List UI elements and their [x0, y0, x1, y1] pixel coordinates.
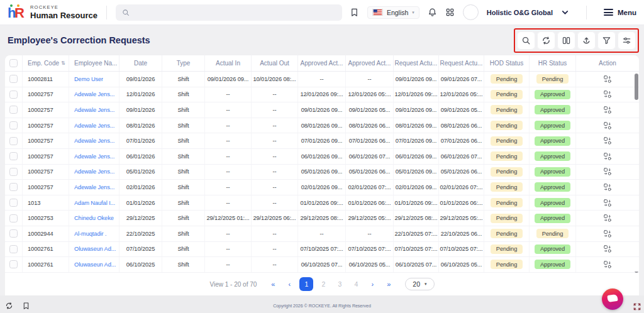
app-logo[interactable]: hR ROCKEYE Human Resource [8, 4, 97, 21]
workflow-action-button[interactable] [603, 75, 612, 84]
workflow-action-button[interactable] [603, 260, 612, 269]
workflow-action-button[interactable] [603, 229, 612, 238]
workflow-action-button[interactable] [603, 106, 612, 114]
employee-name-link[interactable]: Adam Naufal I... [74, 200, 115, 206]
bookmark-button[interactable] [350, 8, 359, 17]
search-icon [122, 9, 130, 16]
export-button[interactable] [577, 31, 596, 50]
workflow-action-button[interactable] [603, 199, 612, 207]
page-button-1[interactable]: 1 [299, 277, 313, 291]
workflow-action-button[interactable] [603, 183, 612, 192]
prev-page-button[interactable]: ‹ [283, 277, 296, 291]
hr-status-badge: Approved [535, 136, 570, 146]
account-dropdown-button[interactable] [561, 8, 569, 16]
row-checkbox[interactable] [9, 168, 18, 176]
row-checkbox[interactable] [9, 183, 18, 191]
column-label: Employee Na... [74, 60, 117, 67]
date-cell: 29/12/2025 [119, 211, 162, 226]
row-checkbox[interactable] [9, 106, 18, 114]
correction-requests-table: Emp. Code⇅Employee Na...DateTypeActual I… [5, 55, 639, 295]
hr-status-badge: Approved [535, 198, 570, 207]
columns-button[interactable] [557, 31, 575, 50]
employee-name-link[interactable]: Oluwaseun Ad... [74, 246, 116, 252]
column-header-emp_code[interactable]: Emp. Code⇅ [23, 55, 69, 71]
row-checkbox[interactable] [9, 199, 18, 207]
employee-name-link[interactable]: Adewale Jens... [74, 123, 114, 129]
employee-name-link[interactable]: Adewale Jens... [74, 138, 114, 144]
action-cell [576, 226, 639, 241]
hr-status-badge: Pending [536, 74, 569, 84]
workflow-action-button[interactable] [603, 121, 612, 130]
employee-name-link[interactable]: Adewale Jens... [74, 168, 114, 175]
scrollbar-thumb[interactable] [635, 74, 638, 100]
workflow-action-button[interactable] [603, 244, 612, 253]
row-checkbox[interactable] [9, 229, 18, 238]
actual_out-cell: -- [252, 165, 298, 180]
refresh-button[interactable] [537, 31, 555, 50]
date-cell: 12/01/2026 [119, 87, 162, 102]
page-button-3[interactable]: 3 [333, 277, 346, 291]
search-icon [521, 36, 531, 45]
row-checkbox-cell [5, 133, 23, 148]
workflow-action-button[interactable] [603, 152, 612, 161]
menu-label: Menu [618, 9, 636, 16]
workflow-action-button[interactable] [603, 136, 612, 145]
request_out-cell: 12/01/2026 05:... [439, 87, 484, 102]
employee-name-link[interactable]: Adewale Jens... [74, 153, 114, 160]
employee-name-link[interactable]: Adewale Jens... [74, 91, 114, 97]
row-checkbox[interactable] [9, 260, 18, 268]
hr_status-cell: Approved [530, 102, 576, 118]
page-size-select[interactable]: 20 ▾ [405, 278, 434, 290]
page-button-4[interactable]: 4 [350, 277, 362, 291]
employee-name-cell: Adewale Jens... [69, 118, 119, 133]
search-input[interactable] [135, 9, 336, 16]
row-checkbox[interactable] [9, 75, 18, 83]
select-all-checkbox[interactable] [9, 59, 18, 67]
user-avatar[interactable] [463, 4, 479, 20]
last-page-button[interactable]: » [382, 277, 395, 291]
table-row: 1013Adam Naufal I...01/01/2026Shift----0… [5, 195, 639, 211]
approved_out-cell: 12/01/2026 05:... [346, 87, 394, 102]
brand-name: ROCKEYE [30, 4, 97, 10]
first-page-button[interactable]: « [267, 277, 279, 291]
sort-icon[interactable]: ⇅ [61, 60, 65, 66]
row-checkbox[interactable] [9, 214, 18, 222]
row-checkbox[interactable] [9, 121, 18, 129]
actual_in-cell: -- [205, 118, 252, 133]
notifications-button[interactable] [428, 8, 437, 17]
actual_out-cell: 29/12/2025 06:... [252, 211, 298, 226]
row-checkbox[interactable] [9, 137, 18, 145]
employee-name-link[interactable]: Adewale Jens... [74, 107, 114, 113]
chat-widget-button[interactable] [602, 288, 623, 310]
actual_in-cell: 29/12/2025 01:... [205, 211, 252, 226]
employee-name-link[interactable]: Demo User [74, 76, 103, 82]
table-scrollbar[interactable] [635, 72, 638, 270]
employee-name-link[interactable]: Adewale Jens... [74, 184, 114, 190]
workflow-action-button[interactable] [603, 214, 612, 222]
search-button[interactable] [517, 31, 535, 50]
emp_code-cell: 10002944 [23, 226, 69, 241]
employee-name-link[interactable]: Oluwaseun Ad... [74, 261, 116, 268]
row-checkbox-cell [5, 149, 23, 164]
emp_code-cell: 10002757 [23, 165, 69, 180]
page-button-2[interactable]: 2 [317, 277, 330, 291]
next-page-button[interactable]: › [366, 277, 379, 291]
fullscreen-button[interactable] [633, 303, 641, 310]
language-selector[interactable]: English ▾ [367, 6, 419, 19]
action-cell [576, 195, 639, 211]
row-checkbox[interactable] [9, 152, 18, 160]
row-checkbox[interactable] [9, 245, 18, 253]
fullscreen-icon [633, 303, 641, 310]
apps-button[interactable] [445, 8, 455, 17]
hod-status-badge: Pending [491, 182, 523, 192]
filter-button[interactable] [597, 31, 616, 50]
approved_out-cell: -- [346, 72, 394, 87]
menu-button[interactable]: Menu [604, 9, 636, 16]
employee-name-link[interactable]: Chinedu Okeke [74, 215, 114, 221]
row-checkbox[interactable] [9, 91, 18, 99]
workflow-action-button[interactable] [603, 167, 612, 176]
global-search[interactable] [116, 4, 342, 21]
workflow-action-button[interactable] [603, 90, 612, 99]
employee-name-link[interactable]: Al-muqtadir . [74, 231, 106, 237]
settings-button[interactable] [618, 31, 636, 50]
